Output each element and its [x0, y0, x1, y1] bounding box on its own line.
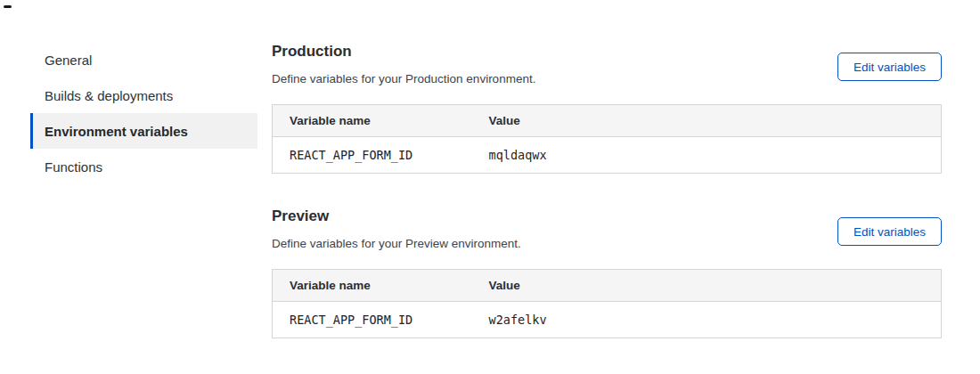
settings-sidebar: General Builds & deployments Environment… — [30, 42, 257, 184]
variable-name-cell: REACT_APP_FORM_ID — [273, 302, 489, 338]
sidebar-item-environment-variables[interactable]: Environment variables — [30, 113, 257, 149]
variable-value-cell: mqldaqwx — [489, 137, 942, 174]
section-description-preview: Define variables for your Preview enviro… — [272, 237, 521, 250]
column-header-value: Value — [489, 105, 942, 137]
production-section: Production Define variables for your Pro… — [272, 43, 942, 174]
section-title-production: Production — [272, 43, 535, 61]
sidebar-item-label: Functions — [45, 159, 102, 175]
production-section-text: Production Define variables for your Pro… — [272, 43, 535, 87]
table-row: REACT_APP_FORM_ID mqldaqwx — [273, 137, 942, 174]
sidebar-item-label: Environment variables — [45, 124, 188, 139]
column-header-variable-name: Variable name — [273, 105, 489, 137]
sidebar-item-label: Builds & deployments — [45, 88, 173, 103]
preview-variables-table: Variable name Value REACT_APP_FORM_ID w2… — [272, 269, 942, 338]
table-row: REACT_APP_FORM_ID w2afelkv — [273, 302, 942, 338]
sidebar-item-builds-deployments[interactable]: Builds & deployments — [30, 77, 257, 113]
edit-variables-button-production[interactable]: Edit variables — [837, 53, 942, 81]
sidebar-item-general[interactable]: General — [30, 42, 257, 77]
section-description-production: Define variables for your Production env… — [272, 72, 535, 85]
preview-section-text: Preview Define variables for your Previe… — [272, 207, 521, 252]
cropped-element-fragment — [4, 5, 12, 8]
column-header-value: Value — [489, 270, 942, 302]
preview-section: Preview Define variables for your Previe… — [272, 207, 942, 338]
sidebar-item-functions[interactable]: Functions — [30, 149, 257, 184]
table-header-row: Variable name Value — [273, 105, 942, 137]
environment-variables-panel: Production Define variables for your Pro… — [272, 43, 942, 338]
sidebar-item-label: General — [45, 53, 92, 68]
variable-value-cell: w2afelkv — [489, 302, 942, 338]
column-header-variable-name: Variable name — [273, 270, 489, 302]
production-variables-table: Variable name Value REACT_APP_FORM_ID mq… — [272, 104, 942, 174]
table-header-row: Variable name Value — [273, 270, 942, 302]
section-title-preview: Preview — [272, 207, 521, 225]
edit-variables-button-preview[interactable]: Edit variables — [837, 217, 942, 246]
variable-name-cell: REACT_APP_FORM_ID — [273, 137, 489, 174]
